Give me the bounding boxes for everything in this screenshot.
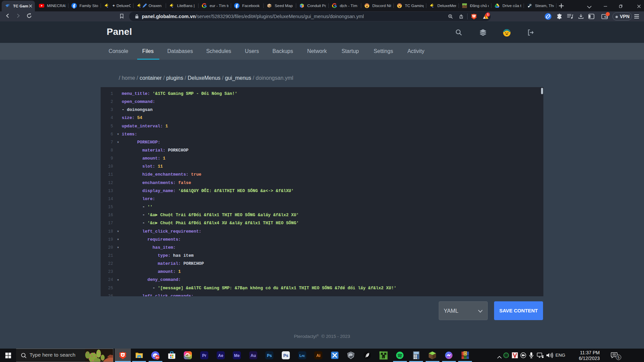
svg-text:9+: 9+ bbox=[156, 356, 159, 359]
svg-text:Me: Me bbox=[234, 353, 240, 358]
svg-text:Ps: Ps bbox=[267, 353, 272, 358]
svg-text:Ai: Ai bbox=[316, 353, 320, 358]
svg-text:Ps: Ps bbox=[283, 353, 288, 358]
svg-text:Lrc: Lrc bbox=[299, 354, 305, 358]
svg-text:Au: Au bbox=[251, 353, 256, 358]
svg-text:Ae: Ae bbox=[218, 353, 223, 358]
svg-text:Pr: Pr bbox=[202, 353, 207, 358]
